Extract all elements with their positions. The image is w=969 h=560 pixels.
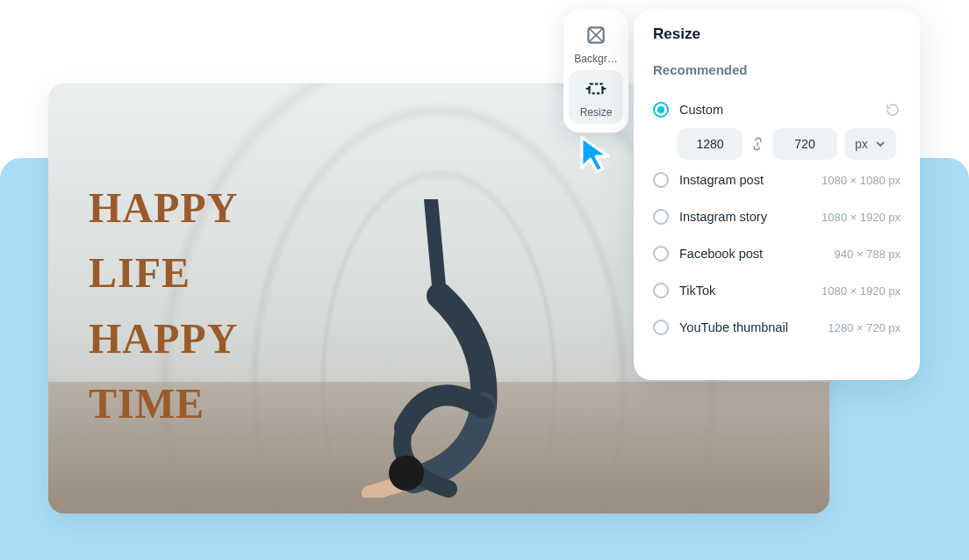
option-dimensions: 1080 × 1920 px [822,284,901,298]
option-radio[interactable] [653,319,669,335]
background-tool-label: Backgr… [569,53,623,65]
custom-option-label: Custom [679,103,723,117]
option-name: Instagram post [679,173,764,187]
panel-title: Resize [653,25,901,43]
option-dimensions: 1080 × 1920 px [822,211,901,224]
overlay-line: TIME [89,371,238,436]
size-option[interactable]: Facebook post 940 × 788 px [653,235,901,272]
size-option[interactable]: TikTok 1080 × 1920 px [653,272,901,309]
canvas-overlay-text[interactable]: HAPPY LIFE HAPPY TIME [89,176,238,437]
unit-select[interactable]: px [844,128,896,160]
option-dimensions: 940 × 788 px [834,248,901,261]
option-dimensions: 1080 × 1080 px [822,174,901,187]
size-option[interactable]: YouTube thumbnail 1280 × 720 px [653,309,901,346]
overlay-line: LIFE [89,241,238,305]
resize-panel: Resize Recommended Custom px Instagram p… [634,10,920,380]
size-option[interactable]: Instagram post 1080 × 1080 px [653,162,901,198]
size-option[interactable]: Instagram story 1080 × 1920 px [653,198,901,235]
reset-icon[interactable] [885,102,901,118]
chevron-down-icon [875,139,886,149]
option-name: YouTube thumbnail [679,320,788,334]
width-input[interactable] [678,128,743,160]
option-name: Instagram story [679,210,767,224]
resize-tool-label: Resize [569,106,623,118]
custom-radio[interactable] [653,102,669,118]
pointer-cursor-icon [572,132,618,177]
link-dimensions-icon[interactable] [750,136,765,152]
resize-tool-button[interactable]: Resize [569,70,623,124]
resize-icon [585,90,607,103]
svg-rect-2 [589,84,602,94]
option-radio[interactable] [653,246,669,262]
side-toolbar: Backgr… Resize [563,10,628,133]
height-input[interactable] [772,128,837,160]
option-radio[interactable] [653,172,669,188]
overlay-line: HAPPY [89,176,238,241]
section-label: Recommended [653,62,901,77]
option-name: Facebook post [679,247,763,261]
background-icon [585,37,607,49]
overlay-line: HAPPY [89,306,238,371]
option-radio[interactable] [653,209,669,225]
unit-label: px [855,137,868,151]
background-tool-button[interactable]: Backgr… [569,17,623,70]
option-dimensions: 1280 × 720 px [828,321,901,334]
option-radio[interactable] [653,283,669,298]
option-name: TikTok [679,284,715,298]
